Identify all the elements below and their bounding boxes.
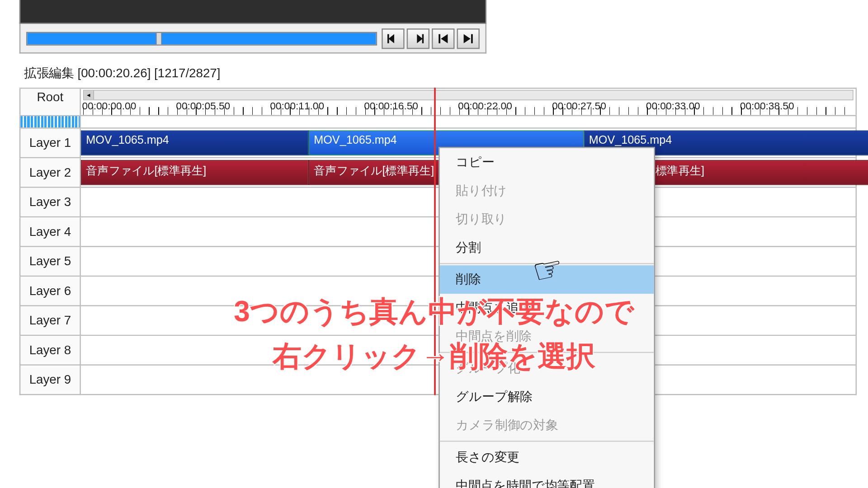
context-menu-item[interactable]: グループ解除 <box>440 383 654 411</box>
svg-rect-4 <box>439 34 440 43</box>
go-end-button[interactable] <box>457 28 480 49</box>
svg-rect-6 <box>471 34 473 43</box>
layer-label[interactable]: Layer 4 <box>19 217 81 247</box>
caption-line-2: 右クリック→削除を選択 <box>234 334 634 379</box>
context-menu-item: カメラ制御の対象 <box>440 411 654 440</box>
timeline-title: 拡張編集 [00:00:20.26] [1217/2827] <box>19 61 857 88</box>
menu-separator <box>440 441 654 442</box>
playback-slider-panel <box>19 24 486 54</box>
layer-label[interactable]: Layer 5 <box>19 247 81 277</box>
root-button[interactable]: Root <box>19 89 81 115</box>
svg-marker-5 <box>441 34 448 43</box>
layer-label[interactable]: Layer 6 <box>19 277 81 306</box>
context-menu-item: 貼り付け <box>440 177 654 205</box>
next-frame-button[interactable] <box>407 28 429 49</box>
preview-panel <box>19 0 486 24</box>
context-menu-item[interactable]: 中間点を時間で均等配置 <box>440 471 654 488</box>
layer-label[interactable]: Layer 1 <box>19 129 81 159</box>
scroll-left-arrow[interactable]: ◂ <box>84 90 94 99</box>
svg-marker-7 <box>464 34 471 43</box>
playback-slider[interactable] <box>26 32 377 46</box>
caption-line-1: 3つのうち真ん中が不要なので <box>234 289 634 334</box>
context-menu-item: 切り取り <box>440 205 654 234</box>
context-menu-item[interactable]: コピー <box>440 148 654 177</box>
go-start-button[interactable] <box>432 28 454 49</box>
transport-buttons <box>382 28 480 49</box>
svg-rect-3 <box>422 34 424 43</box>
svg-marker-2 <box>417 34 423 43</box>
prev-frame-button[interactable] <box>382 28 404 49</box>
audio-clip[interactable]: 標準再生] <box>651 160 868 185</box>
context-menu-item[interactable]: 長さの変更 <box>440 443 654 471</box>
layer-label[interactable]: Layer 2 <box>19 158 81 188</box>
layer-label[interactable]: Layer 9 <box>19 366 81 395</box>
video-clip[interactable]: MOV_1065.mp4 <box>81 131 309 155</box>
layer-label[interactable]: Layer 7 <box>19 306 81 336</box>
tutorial-caption: 3つのうち真ん中が不要なので 右クリック→削除を選択 <box>234 289 634 379</box>
layer-label[interactable]: Layer 3 <box>19 188 81 218</box>
svg-rect-1 <box>387 34 389 43</box>
layer-label[interactable]: Layer 8 <box>19 336 81 366</box>
svg-marker-0 <box>388 34 394 43</box>
slider-thumb[interactable] <box>156 33 162 44</box>
horizontal-scrollbar[interactable]: ◂ <box>83 90 854 100</box>
audio-clip[interactable]: 音声ファイル[標準再生] <box>81 160 309 185</box>
audio-meter-icon <box>19 116 81 129</box>
